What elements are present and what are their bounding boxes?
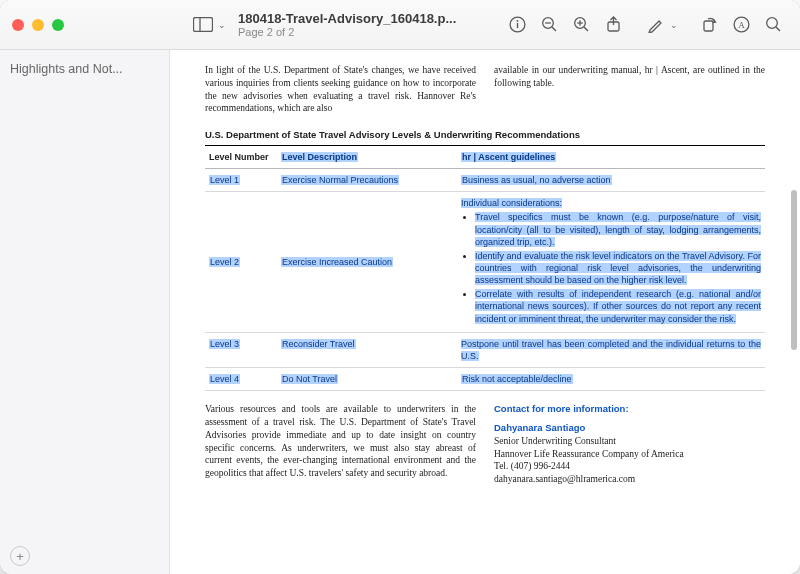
svg-line-9 <box>584 27 588 31</box>
zoom-in-button[interactable] <box>566 11 596 39</box>
col-level-number: Level Number <box>205 146 277 169</box>
cell-level: Level 2 <box>209 257 240 267</box>
main-area: Highlights and Not... + In light of the … <box>0 50 800 574</box>
contact-column: Contact for more information: Dahyanara … <box>494 403 765 486</box>
intro-columns: In light of the U.S. Department of State… <box>205 64 765 115</box>
window-controls <box>12 19 170 31</box>
contact-company: Hannover Life Reassurance Company of Ame… <box>494 448 765 461</box>
highlight-button[interactable]: A <box>726 11 756 39</box>
cell-guide: Business as usual, no adverse action <box>461 175 612 185</box>
add-note-button[interactable]: + <box>10 546 30 566</box>
rotate-button[interactable] <box>694 11 724 39</box>
table-title: U.S. Department of State Travel Advisory… <box>205 129 765 146</box>
zoom-out-button[interactable] <box>534 11 564 39</box>
cell-desc: Reconsider Travel <box>281 339 356 349</box>
svg-line-6 <box>552 27 556 31</box>
cell-desc: Exercise Increased Caution <box>281 257 393 267</box>
chevron-down-icon[interactable]: ⌄ <box>218 20 226 30</box>
svg-text:A: A <box>738 20 745 30</box>
intro-right: available in our underwriting manual, hr… <box>494 64 765 115</box>
info-button[interactable] <box>502 11 532 39</box>
cell-desc: Do Not Travel <box>281 374 338 384</box>
svg-point-17 <box>766 18 777 29</box>
markup-button[interactable] <box>640 11 670 39</box>
sidebar-toggle-button[interactable] <box>188 11 218 39</box>
table-row: Level 1 Exercise Normal Precautions Busi… <box>205 169 765 192</box>
document-filename: 180418-Travel-Advisory_160418.p... <box>238 11 502 26</box>
app-window: ⌄ 180418-Travel-Advisory_160418.p... Pag… <box>0 0 800 574</box>
col-level-description: Level Description <box>277 146 457 169</box>
table-header-row: Level Number Level Description hr | Asce… <box>205 146 765 169</box>
svg-line-18 <box>776 27 780 31</box>
table-row: Level 3 Reconsider Travel Postpone until… <box>205 332 765 367</box>
table-row: Level 4 Do Not Travel Risk not acceptabl… <box>205 368 765 391</box>
pdf-page: In light of the U.S. Department of State… <box>205 64 765 486</box>
minimize-window-button[interactable] <box>32 19 44 31</box>
svg-point-3 <box>516 20 518 22</box>
chevron-down-icon[interactable]: ⌄ <box>670 20 678 30</box>
col-guidelines: hr | Ascent guidelines <box>457 146 765 169</box>
svg-rect-4 <box>516 23 517 28</box>
document-viewport[interactable]: In light of the U.S. Department of State… <box>170 50 800 574</box>
document-title-block: 180418-Travel-Advisory_160418.p... Page … <box>238 11 502 38</box>
cell-level: Level 4 <box>209 374 240 384</box>
intro-left: In light of the U.S. Department of State… <box>205 64 476 115</box>
contact-email: dahyanara.santiago@hlramerica.com <box>494 473 765 486</box>
cell-guide: Risk not acceptable/decline <box>461 374 573 384</box>
close-window-button[interactable] <box>12 19 24 31</box>
svg-rect-14 <box>704 21 713 31</box>
sidebar-item-highlights[interactable]: Highlights and Not... <box>10 58 159 80</box>
toolbar-right: ⌄ A <box>502 11 788 39</box>
cell-guide: Individual considerations: Travel specif… <box>457 192 765 332</box>
closing-columns: Various resources and tools are availabl… <box>205 403 765 486</box>
page-indicator: Page 2 of 2 <box>238 26 502 38</box>
cell-level: Level 1 <box>209 175 240 185</box>
cell-desc: Exercise Normal Precautions <box>281 175 399 185</box>
svg-rect-0 <box>194 18 213 32</box>
table-row: Level 2 Exercise Increased Caution Indiv… <box>205 192 765 332</box>
share-button[interactable] <box>598 11 628 39</box>
contact-tel: Tel. (407) 996-2444 <box>494 460 765 473</box>
contact-title: Senior Underwriting Consultant <box>494 435 765 448</box>
zoom-window-button[interactable] <box>52 19 64 31</box>
closing-left: Various resources and tools are availabl… <box>205 403 476 486</box>
cell-guide: Postpone until travel has been completed… <box>461 339 761 361</box>
contact-heading: Contact for more information: <box>494 403 765 416</box>
scrollbar-thumb[interactable] <box>791 190 797 350</box>
search-button[interactable] <box>758 11 788 39</box>
sidebar: Highlights and Not... + <box>0 50 170 574</box>
titlebar: ⌄ 180418-Travel-Advisory_160418.p... Pag… <box>0 0 800 50</box>
contact-name: Dahyanara Santiago <box>494 422 765 435</box>
cell-level: Level 3 <box>209 339 240 349</box>
advisory-table: Level Number Level Description hr | Asce… <box>205 146 765 391</box>
